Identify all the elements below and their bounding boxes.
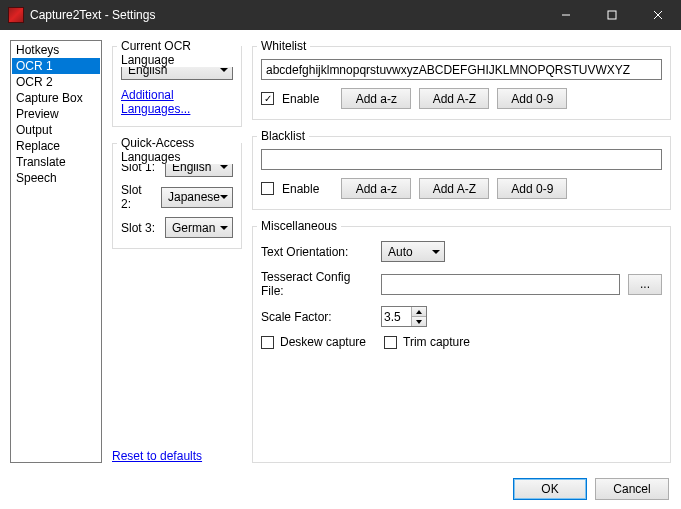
minimize-button[interactable] bbox=[543, 0, 589, 30]
chevron-down-icon bbox=[432, 250, 440, 254]
spinner-down-button[interactable] bbox=[411, 317, 426, 326]
blacklist-title: Blacklist bbox=[257, 129, 309, 143]
chevron-down-icon bbox=[220, 165, 228, 169]
deskew-checkbox[interactable] bbox=[261, 336, 274, 349]
scale-factor-spinner[interactable]: 3.5 bbox=[381, 306, 427, 327]
text-orientation-label: Text Orientation: bbox=[261, 245, 373, 259]
blacklist-enable-label: Enable bbox=[282, 182, 319, 196]
chevron-down-icon bbox=[220, 195, 228, 199]
text-orientation-combo[interactable]: Auto bbox=[381, 241, 445, 262]
scale-factor-value: 3.5 bbox=[382, 307, 411, 326]
whitelist-enable-checkbox[interactable] bbox=[261, 92, 274, 105]
whitelist-add-09-button[interactable]: Add 0-9 bbox=[497, 88, 567, 109]
trim-checkbox[interactable] bbox=[384, 336, 397, 349]
whitelist-title: Whitelist bbox=[257, 39, 310, 53]
blacklist-enable-checkbox[interactable] bbox=[261, 182, 274, 195]
svg-rect-1 bbox=[608, 11, 616, 19]
chevron-down-icon bbox=[220, 226, 228, 230]
title-bar: Capture2Text - Settings bbox=[0, 0, 681, 30]
sidebar-item-ocr2[interactable]: OCR 2 bbox=[12, 74, 100, 90]
sidebar-item-translate[interactable]: Translate bbox=[12, 154, 100, 170]
ok-button[interactable]: OK bbox=[513, 478, 587, 500]
slot3-combo[interactable]: German bbox=[165, 217, 233, 238]
whitelist-enable-label: Enable bbox=[282, 92, 319, 106]
slot2-combo[interactable]: Japanese bbox=[161, 187, 233, 208]
sidebar-item-speech[interactable]: Speech bbox=[12, 170, 100, 186]
blacklist-add-az-button[interactable]: Add a-z bbox=[341, 178, 411, 199]
sidebar-item-output[interactable]: Output bbox=[12, 122, 100, 138]
maximize-button[interactable] bbox=[589, 0, 635, 30]
config-file-label: Tesseract Config File: bbox=[261, 270, 373, 298]
app-icon bbox=[8, 7, 24, 23]
misc-group: Miscellaneous Text Orientation: Auto Tes… bbox=[252, 226, 671, 463]
window-title: Capture2Text - Settings bbox=[30, 8, 155, 22]
sidebar-item-hotkeys[interactable]: Hotkeys bbox=[12, 42, 100, 58]
cancel-button[interactable]: Cancel bbox=[595, 478, 669, 500]
text-orientation-value: Auto bbox=[388, 245, 413, 259]
blacklist-group: Blacklist Enable Add a-z Add A-Z Add 0-9 bbox=[252, 136, 671, 210]
category-sidebar: Hotkeys OCR 1 OCR 2 Capture Box Preview … bbox=[10, 40, 102, 463]
current-ocr-group: Current OCR Language English Additional … bbox=[112, 46, 242, 127]
config-file-browse-button[interactable]: ... bbox=[628, 274, 662, 295]
slot3-label: Slot 3: bbox=[121, 221, 159, 235]
additional-languages-link[interactable]: Additional Languages... bbox=[121, 88, 190, 116]
dialog-footer: OK Cancel bbox=[0, 469, 681, 509]
whitelist-group: Whitelist Enable Add a-z Add A-Z Add 0-9 bbox=[252, 46, 671, 120]
spinner-up-button[interactable] bbox=[411, 307, 426, 317]
slot2-value: Japanese bbox=[168, 190, 220, 204]
deskew-label: Deskew capture bbox=[280, 335, 366, 349]
blacklist-add-09-button[interactable]: Add 0-9 bbox=[497, 178, 567, 199]
blacklist-add-AZ-button[interactable]: Add A-Z bbox=[419, 178, 489, 199]
sidebar-item-preview[interactable]: Preview bbox=[12, 106, 100, 122]
sidebar-item-capture-box[interactable]: Capture Box bbox=[12, 90, 100, 106]
quick-access-title: Quick-Access Languages bbox=[117, 136, 241, 164]
close-button[interactable] bbox=[635, 0, 681, 30]
whitelist-add-AZ-button[interactable]: Add A-Z bbox=[419, 88, 489, 109]
blacklist-input[interactable] bbox=[261, 149, 662, 170]
config-file-input[interactable] bbox=[381, 274, 620, 295]
current-ocr-title: Current OCR Language bbox=[117, 39, 241, 67]
sidebar-item-ocr1[interactable]: OCR 1 bbox=[12, 58, 100, 74]
slot3-value: German bbox=[172, 221, 215, 235]
sidebar-item-replace[interactable]: Replace bbox=[12, 138, 100, 154]
slot2-label: Slot 2: bbox=[121, 183, 155, 211]
whitelist-add-az-button[interactable]: Add a-z bbox=[341, 88, 411, 109]
quick-access-group: Quick-Access Languages Slot 1: English S… bbox=[112, 143, 242, 249]
reset-defaults-link[interactable]: Reset to defaults bbox=[112, 449, 202, 463]
whitelist-input[interactable] bbox=[261, 59, 662, 80]
chevron-down-icon bbox=[220, 68, 228, 72]
trim-label: Trim capture bbox=[403, 335, 470, 349]
misc-title: Miscellaneous bbox=[257, 219, 341, 233]
scale-factor-label: Scale Factor: bbox=[261, 310, 373, 324]
